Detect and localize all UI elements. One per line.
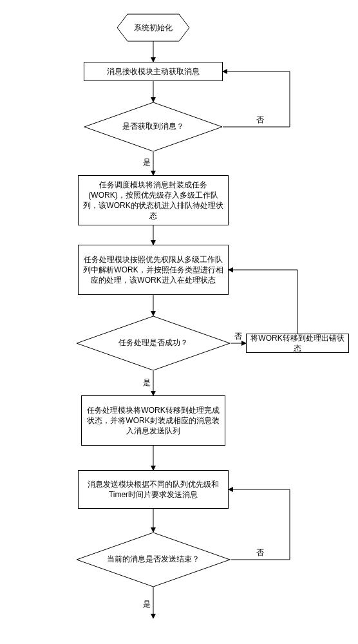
process-schedule-task: 任务调度模块将消息封装成任务(WORK)，按照优先级存入多级工作队列，该WORK…: [78, 175, 229, 225]
decision-got-message-label: 是否获取到消息？: [84, 122, 223, 132]
label-no-2: 否: [234, 331, 242, 342]
process-error-state-label: 将WORK转移到处理出错状态: [250, 333, 344, 354]
start-terminator: 系统初始化: [116, 13, 191, 43]
process-handle-task-label: 任务处理模块按照优先权限从多级工作队列中解析WORK，并按照任务类型进行相应的处…: [82, 254, 224, 286]
process-handle-task: 任务处理模块按照优先权限从多级工作队列中解析WORK，并按照任务类型进行相应的处…: [78, 245, 229, 295]
process-error-state: 将WORK转移到处理出错状态: [246, 334, 349, 353]
label-yes-2: 是: [143, 377, 151, 388]
label-no-3: 否: [256, 547, 264, 558]
decision-task-success-label: 任务处理是否成功？: [76, 338, 231, 348]
process-send-message-label: 消息发送模块根据不同的队列优先级和Timer时间片要求发送消息: [82, 479, 224, 500]
label-yes-1: 是: [143, 157, 151, 168]
decision-task-success: 任务处理是否成功？: [76, 316, 231, 371]
process-receive-message: 消息接收模块主动获取消息: [84, 62, 223, 81]
process-send-message: 消息发送模块根据不同的队列优先级和Timer时间片要求发送消息: [78, 470, 229, 509]
process-complete-state-label: 任务处理模块将WORK转移到处理完成状态，并将WORK封装成相应的消息装入消息发…: [86, 405, 221, 437]
process-receive-message-label: 消息接收模块主动获取消息: [107, 66, 200, 77]
decision-send-finished: 当前的消息是否发送结束？: [76, 532, 231, 587]
decision-send-finished-label: 当前的消息是否发送结束？: [76, 554, 231, 565]
process-complete-state: 任务处理模块将WORK转移到处理完成状态，并将WORK封装成相应的消息装入消息发…: [81, 395, 225, 446]
start-label: 系统初始化: [116, 13, 191, 43]
label-yes-3: 是: [143, 599, 151, 610]
process-schedule-task-label: 任务调度模块将消息封装成任务(WORK)，按照优先级存入多级工作队列，该WORK…: [82, 180, 224, 222]
decision-got-message: 是否获取到消息？: [84, 102, 223, 152]
label-no-1: 否: [256, 115, 264, 126]
